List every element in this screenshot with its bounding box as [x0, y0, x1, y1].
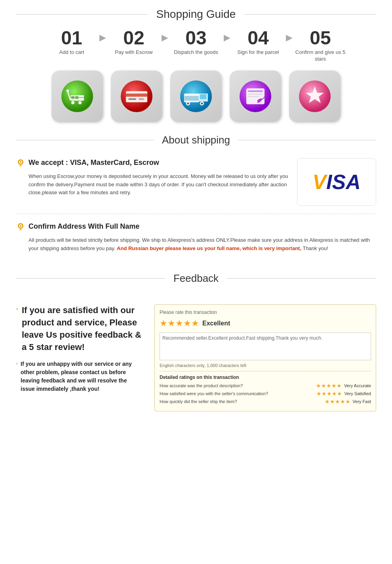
rating-row-3: How quickly did the seller ship the item… — [160, 398, 371, 405]
svg-rect-27 — [248, 96, 259, 97]
rating-question-1: How accurate was the product description… — [160, 383, 243, 388]
address-title: Confirm Address With Full Name — [16, 222, 376, 231]
svg-rect-17 — [200, 94, 206, 99]
star-icon — [297, 78, 333, 114]
shopping-guide-header: Shopping Guide — [0, 0, 392, 25]
address-block: Confirm Address With Full Name All produ… — [16, 222, 376, 253]
svg-point-21 — [201, 102, 203, 104]
escrow-icon-box — [111, 71, 162, 122]
step-2-label: Pay with Escrow — [115, 49, 152, 56]
excellent-label: Excellent — [202, 320, 230, 327]
feedback-left-panel: If you are satisfied with our product an… — [16, 304, 143, 411]
arrow-4: ▶ — [286, 29, 293, 43]
feedback-negative-text: If you are unhappy with our service or a… — [21, 360, 143, 393]
step-4-label: Sign for the parcel — [237, 49, 279, 56]
stars-1: ★★★★★ — [316, 382, 342, 389]
payment-block: We accept : VISA, MasterCard, Escrow Whe… — [16, 158, 376, 214]
step-4: 04 Sign for the parcel — [230, 29, 286, 56]
review-textarea[interactable] — [160, 333, 371, 360]
sign-icon-box — [230, 71, 281, 122]
payment-title: We accept : VISA, MasterCard, Escrow — [16, 158, 289, 168]
address-text2: Thank you! — [303, 245, 328, 251]
step-3: 03 Dispatch the goods — [168, 29, 224, 56]
step-1: 01 Add to cart — [44, 29, 99, 56]
svg-point-6 — [78, 101, 82, 104]
payment-text-block: We accept : VISA, MasterCard, Escrow Whe… — [16, 158, 297, 197]
location-icon-1 — [16, 158, 25, 168]
shipping-title: About shipping — [154, 134, 238, 146]
svg-point-39 — [17, 309, 17, 309]
feedback-negative-title: If you are unhappy with our service or a… — [16, 360, 143, 393]
detailed-ratings-title: Detailed ratings on this transaction — [160, 375, 371, 380]
svg-rect-1 — [67, 90, 69, 92]
feedback-positive-text: If you are satisfied with our product an… — [22, 304, 143, 353]
svg-point-19 — [187, 102, 189, 104]
rating-label-3: Very Fast — [353, 399, 371, 404]
svg-rect-7 — [71, 96, 74, 99]
feedback-title: Feedback — [166, 272, 226, 285]
svg-rect-25 — [248, 90, 263, 92]
escrow-icon — [119, 78, 154, 114]
arrow-1: ▶ — [99, 29, 106, 43]
detailed-ratings-section: Detailed ratings on this transaction How… — [160, 371, 371, 405]
address-description: All products will be tested strictly bef… — [16, 236, 376, 253]
feedback-header: Feedback — [16, 272, 376, 285]
star-icon-box — [289, 71, 341, 122]
rating-row-1: How accurate was the product description… — [160, 382, 371, 389]
svg-point-33 — [20, 161, 21, 163]
visa-box: VISA — [297, 158, 376, 206]
star-rating-display: ★★★★★ — [160, 318, 199, 329]
feedback-rating-widget: Please rate this transaction ★★★★★ Excel… — [154, 304, 376, 411]
cart-icon-box — [51, 71, 103, 122]
step-5-label: Confirm and give us 5 stars — [293, 49, 348, 63]
step-1-label: Add to cart — [59, 49, 84, 56]
step-4-number: 04 — [247, 29, 268, 48]
visa-logo: VISA — [312, 170, 360, 194]
shipping-header: About shipping — [16, 134, 376, 146]
location-icon-4 — [16, 360, 18, 368]
rating-question-2: How satisfied were you with the seller's… — [160, 391, 268, 396]
cart-icon — [59, 78, 95, 114]
rating-row-2: How satisfied were you with the seller's… — [160, 390, 371, 397]
sign-icon — [238, 78, 273, 114]
truck-icon-box — [170, 71, 222, 122]
rating-stars-1: ★★★★★ Very Accurate — [316, 382, 371, 389]
arrow-2: ▶ — [162, 29, 168, 43]
svg-rect-8 — [75, 96, 78, 99]
shipping-line-right — [238, 140, 376, 140]
location-icon-3 — [16, 304, 19, 314]
rating-label-1: Very Accurate — [344, 383, 371, 388]
step-1-number: 01 — [61, 29, 82, 48]
stars-row: ★★★★★ Excellent — [160, 318, 371, 329]
feedback-line-left — [16, 278, 166, 279]
svg-rect-22 — [185, 96, 199, 101]
svg-rect-12 — [128, 98, 136, 100]
header-line-left — [16, 14, 148, 15]
svg-point-36 — [20, 225, 21, 227]
stars-2: ★★★★★ — [316, 390, 342, 397]
address-highlight: And Russian buyer please leave us your f… — [117, 245, 301, 251]
step-3-number: 03 — [185, 29, 206, 48]
truck-icon — [178, 78, 214, 114]
arrow-3: ▶ — [224, 29, 230, 43]
rating-label-2: Very Satisfied — [344, 391, 371, 396]
step-5: 05 Confirm and give us 5 stars — [293, 29, 348, 63]
header-line-right — [244, 14, 376, 15]
shopping-guide-title: Shopping Guide — [148, 8, 244, 21]
payment-description: When using Escrow,your money is deposite… — [16, 172, 289, 197]
icons-row — [0, 67, 392, 134]
about-shipping-section: About shipping We accept : VISA, MasterC… — [0, 134, 392, 273]
rate-transaction-label: Please rate this transaction — [160, 310, 371, 315]
payment-title-text: We accept : VISA, MasterCard, Escrow — [29, 159, 159, 167]
step-3-label: Dispatch the goods — [174, 49, 218, 56]
svg-rect-13 — [139, 98, 144, 100]
svg-rect-26 — [248, 94, 263, 95]
rating-stars-2: ★★★★★ Very Satisfied — [316, 390, 371, 397]
stars-3: ★★★★★ — [325, 398, 350, 405]
location-icon-2 — [16, 222, 25, 231]
step-2-number: 02 — [123, 29, 144, 48]
feedback-content: If you are satisfied with our product an… — [16, 296, 376, 411]
shipping-line-left — [16, 140, 154, 140]
step-5-number: 05 — [310, 29, 331, 48]
steps-row: 01 Add to cart ▶ 02 Pay with Escrow ▶ 03… — [0, 25, 392, 67]
